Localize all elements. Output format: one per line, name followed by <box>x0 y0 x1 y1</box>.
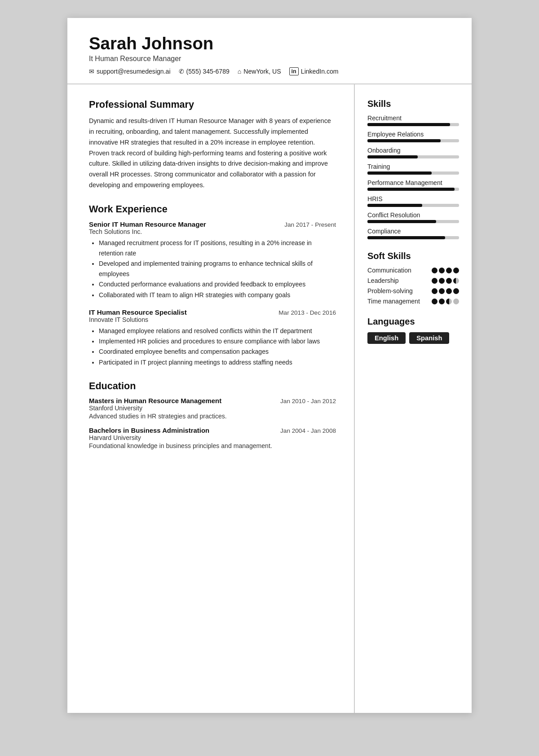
soft-skill-name: Leadership <box>367 277 399 284</box>
edu-school: Harvard University <box>89 434 336 441</box>
dot-filled <box>446 268 452 273</box>
soft-skill-item: Problem-solving <box>367 287 459 294</box>
dot-filled <box>446 288 452 294</box>
bullet-item: Developed and implemented training progr… <box>99 259 336 279</box>
dot-filled <box>453 268 459 273</box>
dot-filled <box>439 268 445 273</box>
skill-bar-bg <box>367 139 459 142</box>
soft-skill-item: Time management <box>367 298 459 305</box>
candidate-name: Sarah Johnson <box>89 34 450 53</box>
linkedin-icon: in <box>289 67 299 75</box>
work-bullets: Managed recruitment process for IT posit… <box>89 238 336 300</box>
work-entry: IT Human Resource Specialist Mar 2013 - … <box>89 308 336 368</box>
skill-bar-bg <box>367 220 459 223</box>
email-icon: ✉ <box>89 68 94 75</box>
skills-section: Skills Recruitment Employee Relations On… <box>367 99 459 239</box>
skill-bar-bg <box>367 204 459 207</box>
summary-section: Professional Summary Dynamic and results… <box>89 99 336 190</box>
skill-item: Training <box>367 163 459 175</box>
bullet-item: Implemented HR policies and procedures t… <box>99 336 336 347</box>
work-date: Mar 2013 - Dec 2016 <box>278 309 336 316</box>
contact-linkedin: in LinkedIn.com <box>289 67 339 75</box>
skill-name: Conflict Resolution <box>367 211 459 219</box>
skill-item: Recruitment <box>367 114 459 126</box>
edu-entries: Masters in Human Resource Management Jan… <box>89 397 336 449</box>
skill-name: Recruitment <box>367 114 459 122</box>
soft-skill-item: Communication <box>367 267 459 274</box>
bullet-item: Managed employee relations and resolved … <box>99 326 336 336</box>
edu-title-row: Bachelors in Business Administration Jan… <box>89 427 336 434</box>
skill-item: Employee Relations <box>367 131 459 142</box>
summary-text: Dynamic and results-driven IT Human Reso… <box>89 116 336 190</box>
phone-value: (555) 345-6789 <box>186 68 230 75</box>
contact-location: ⌂ NewYork, US <box>238 68 281 75</box>
resume-body: Professional Summary Dynamic and results… <box>67 84 472 713</box>
skill-bar-fill <box>367 236 445 239</box>
skill-bar-fill <box>367 171 432 175</box>
skill-bar-fill <box>367 155 418 158</box>
edu-desc: Advanced studies in HR strategies and pr… <box>89 413 336 420</box>
bullet-item: Coordinated employee benefits and compen… <box>99 347 336 357</box>
dot-filled <box>439 299 445 304</box>
languages-section: Languages EnglishSpanish <box>367 316 459 344</box>
dot-empty <box>453 299 459 304</box>
work-experience-title: Work Experience <box>89 203 336 215</box>
side-column: Skills Recruitment Employee Relations On… <box>355 84 472 713</box>
edu-date: Jan 2004 - Jan 2008 <box>280 427 336 434</box>
skill-bar-fill <box>367 204 422 207</box>
skill-bar-bg <box>367 236 459 239</box>
work-title: Senior IT Human Resource Manager <box>89 220 206 228</box>
skill-name: HRIS <box>367 195 459 202</box>
bullet-item: Collaborated with IT team to align HR st… <box>99 290 336 300</box>
work-company: Innovate IT Solutions <box>89 316 336 323</box>
dot-filled <box>439 288 445 294</box>
contact-row: ✉ support@resumedesign.ai ✆ (555) 345-67… <box>89 67 450 75</box>
edu-entry: Bachelors in Business Administration Jan… <box>89 427 336 449</box>
location-icon: ⌂ <box>238 68 242 75</box>
dot-filled <box>432 278 437 284</box>
edu-entry: Masters in Human Resource Management Jan… <box>89 397 336 420</box>
main-column: Professional Summary Dynamic and results… <box>67 84 355 713</box>
contact-email: ✉ support@resumedesign.ai <box>89 68 171 75</box>
summary-title: Professional Summary <box>89 99 336 110</box>
resume-page: Sarah Johnson It Human Resource Manager … <box>67 18 472 713</box>
edu-school: Stanford University <box>89 404 336 412</box>
work-title: IT Human Resource Specialist <box>89 308 187 316</box>
soft-skills-title: Soft Skills <box>367 251 459 261</box>
skill-bars: Recruitment Employee Relations Onboardin… <box>367 114 459 239</box>
dot-filled <box>439 278 445 284</box>
work-company: Tech Solutions Inc. <box>89 228 336 235</box>
dots <box>432 299 459 304</box>
dot-filled <box>453 288 459 294</box>
skill-bar-fill <box>367 220 436 223</box>
skill-bar-bg <box>367 171 459 175</box>
work-entries: Senior IT Human Resource Manager Jan 201… <box>89 220 336 368</box>
skill-item: HRIS <box>367 195 459 207</box>
edu-degree: Masters in Human Resource Management <box>89 397 221 404</box>
dot-filled <box>432 288 437 294</box>
language-badge: Spanish <box>409 332 449 344</box>
dot-filled <box>432 268 437 273</box>
work-experience-section: Work Experience Senior IT Human Resource… <box>89 203 336 368</box>
dots <box>432 278 459 284</box>
education-title: Education <box>89 380 336 392</box>
edu-degree: Bachelors in Business Administration <box>89 427 209 434</box>
bullet-item: Conducted performance evaluations and pr… <box>99 279 336 290</box>
linkedin-value: LinkedIn.com <box>301 68 339 75</box>
soft-skill-name: Problem-solving <box>367 287 413 294</box>
skill-bar-fill <box>367 123 450 126</box>
skill-bar-bg <box>367 123 459 126</box>
dot-filled <box>432 299 437 304</box>
edu-desc: Foundational knowledge in business princ… <box>89 442 336 449</box>
dots <box>432 268 459 273</box>
languages-title: Languages <box>367 316 459 327</box>
work-entry: Senior IT Human Resource Manager Jan 201… <box>89 220 336 300</box>
skill-name: Compliance <box>367 228 459 235</box>
resume-header: Sarah Johnson It Human Resource Manager … <box>67 18 472 84</box>
dots <box>432 288 459 294</box>
skill-bar-bg <box>367 188 459 191</box>
skill-bar-bg <box>367 155 459 158</box>
soft-skill-list: CommunicationLeadershipProblem-solvingTi… <box>367 267 459 305</box>
language-badge: English <box>367 332 406 344</box>
skill-item: Performance Management <box>367 179 459 191</box>
